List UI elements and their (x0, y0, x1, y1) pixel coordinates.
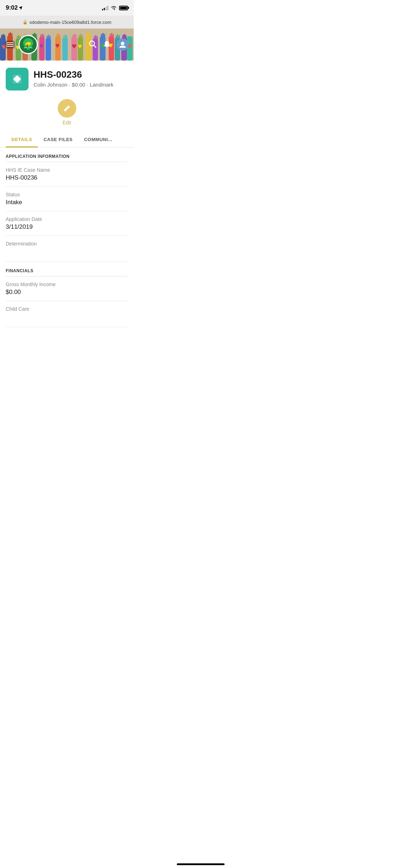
field-value-determination (6, 248, 128, 257)
edit-button[interactable] (58, 99, 76, 118)
record-subtitle: Colin Johnson · $0.00 · Landmark (34, 82, 113, 88)
svg-line-74 (94, 45, 96, 47)
record-separator-2: · (87, 82, 89, 88)
field-label-gross-monthly-income: Gross Monthly Income (6, 281, 128, 287)
search-button[interactable] (88, 40, 97, 50)
tab-communications[interactable]: COMMUNI... (78, 133, 118, 148)
header-banner (0, 29, 134, 61)
svg-point-75 (121, 42, 124, 45)
status-time: 9:02 (6, 4, 23, 11)
field-gross-monthly-income: Gross Monthly Income $0.00 (6, 277, 128, 301)
field-child-care: Child Care (6, 301, 128, 327)
field-determination: Determination (6, 236, 128, 262)
app-logo (19, 35, 38, 54)
pencil-icon (63, 104, 71, 112)
url-text: sdodemo-main-15ce609a8d1.force.com (30, 20, 112, 25)
record-title: HHS-00236 (34, 69, 113, 80)
banner-left (5, 35, 38, 54)
record-name: Colin Johnson (34, 82, 67, 88)
field-label-application-date: Application Date (6, 216, 128, 222)
record-icon (6, 68, 29, 91)
field-hhsie-case-name: HHS IE Case Name HHS-00236 (6, 162, 128, 187)
field-value-hhsie-case-name: HHS-00236 (6, 174, 128, 181)
field-value-gross-monthly-income: $0.00 (6, 289, 128, 296)
svg-rect-72 (27, 45, 28, 47)
time-display: 9:02 (6, 4, 18, 11)
field-value-status: Intake (6, 199, 128, 206)
record-title-group: HHS-00236 Colin Johnson · $0.00 · Landma… (34, 68, 113, 88)
record-amount: $0.00 (72, 82, 86, 88)
battery-icon (119, 6, 128, 10)
hamburger-button[interactable] (5, 41, 15, 48)
location-arrow-icon (19, 6, 23, 10)
diamond-icon (11, 73, 23, 85)
status-bar: 9:02 (0, 0, 134, 16)
record-separator-1: · (69, 82, 72, 88)
record-location: Landmark (90, 82, 114, 88)
field-label-status: Status (6, 192, 128, 197)
url-bar: 🔒 sdodemo-main-15ce609a8d1.force.com (0, 16, 134, 29)
field-label-determination: Determination (6, 241, 128, 247)
edit-section: Edit (0, 94, 134, 133)
status-icons (102, 5, 128, 10)
field-value-child-care (6, 313, 128, 322)
content-area: APPLICATION INFORMATION HHS IE Case Name… (0, 148, 134, 327)
field-value-application-date: 3/11/2019 (6, 223, 128, 231)
tabs-bar: DETAILS CASE FILES COMMUNI... (0, 133, 134, 148)
banner-nav (0, 29, 134, 61)
field-label-hhsie-case-name: HHS IE Case Name (6, 167, 128, 173)
wifi-icon (110, 6, 117, 10)
tab-case-files[interactable]: CASE FILES (38, 133, 78, 148)
section-header-financials: FINANCIALS (6, 262, 128, 277)
lock-icon: 🔒 (22, 20, 28, 25)
signal-icon (102, 5, 108, 10)
logo-image (20, 37, 36, 52)
notifications-button[interactable] (102, 40, 112, 50)
field-application-date: Application Date 3/11/2019 (6, 211, 128, 236)
record-header: HHS-00236 Colin Johnson · $0.00 · Landma… (0, 61, 134, 94)
banner-right (88, 38, 129, 51)
edit-label: Edit (62, 120, 71, 125)
tab-details[interactable]: DETAILS (6, 133, 38, 148)
field-label-child-care: Child Care (6, 306, 128, 312)
field-status: Status Intake (6, 187, 128, 211)
section-header-application: APPLICATION INFORMATION (6, 148, 128, 162)
avatar[interactable] (117, 38, 129, 51)
